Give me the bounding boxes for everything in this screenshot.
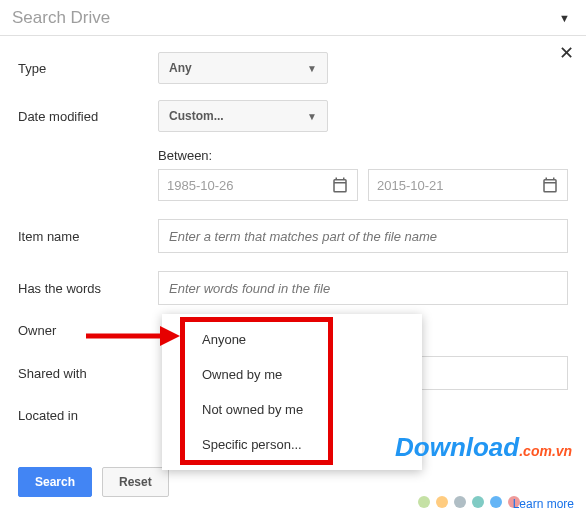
between-block: Between: 1985-10-26 2015-10-21 — [158, 148, 568, 201]
dot-icon — [490, 496, 502, 508]
row-date-modified: Date modified Custom... ▼ — [18, 100, 568, 132]
dot-icon — [454, 496, 466, 508]
watermark-dots — [418, 496, 520, 508]
chevron-down-icon: ▼ — [307, 63, 317, 74]
item-name-label: Item name — [18, 229, 158, 244]
date-modified-label: Date modified — [18, 109, 158, 124]
close-icon[interactable]: ✕ — [559, 42, 574, 64]
learn-more-link[interactable]: Learn more — [513, 497, 574, 511]
dot-icon — [418, 496, 430, 508]
date-modified-dropdown[interactable]: Custom... ▼ — [158, 100, 328, 132]
row-type: Type Any ▼ — [18, 52, 568, 84]
shared-with-label: Shared with — [18, 366, 158, 381]
has-words-input[interactable] — [158, 271, 568, 305]
dot-icon — [472, 496, 484, 508]
type-label: Type — [18, 61, 158, 76]
chevron-down-icon: ▼ — [307, 111, 317, 122]
date-to-value: 2015-10-21 — [377, 178, 541, 193]
item-name-input[interactable] — [158, 219, 568, 253]
search-button[interactable]: Search — [18, 467, 92, 497]
owner-option-not-owned-by-me[interactable]: Not owned by me — [162, 392, 422, 427]
expand-icon[interactable]: ▼ — [555, 12, 574, 24]
type-value: Any — [169, 61, 192, 75]
owner-option-specific-person[interactable]: Specific person... — [162, 427, 422, 462]
owner-option-anyone[interactable]: Anyone — [162, 322, 422, 357]
date-from-input[interactable]: 1985-10-26 — [158, 169, 358, 201]
between-label: Between: — [158, 148, 568, 163]
date-to-input[interactable]: 2015-10-21 — [368, 169, 568, 201]
date-from-value: 1985-10-26 — [167, 178, 331, 193]
located-in-label: Located in — [18, 408, 158, 423]
has-words-label: Has the words — [18, 281, 158, 296]
search-placeholder: Search Drive — [12, 8, 555, 28]
owner-label: Owner — [18, 323, 158, 338]
owner-option-owned-by-me[interactable]: Owned by me — [162, 357, 422, 392]
row-item-name: Item name — [18, 219, 568, 253]
calendar-icon — [541, 176, 559, 194]
row-has-words: Has the words — [18, 271, 568, 305]
watermark-suffix: .com.vn — [519, 443, 572, 459]
owner-dropdown-menu: Anyone Owned by me Not owned by me Speci… — [162, 314, 422, 470]
buttons-row: Search Reset — [0, 467, 586, 497]
search-bar[interactable]: Search Drive ▼ — [0, 0, 586, 36]
type-dropdown[interactable]: Any ▼ — [158, 52, 328, 84]
reset-button[interactable]: Reset — [102, 467, 169, 497]
date-modified-value: Custom... — [169, 109, 224, 123]
calendar-icon — [331, 176, 349, 194]
date-inputs: 1985-10-26 2015-10-21 — [158, 169, 568, 201]
dot-icon — [436, 496, 448, 508]
